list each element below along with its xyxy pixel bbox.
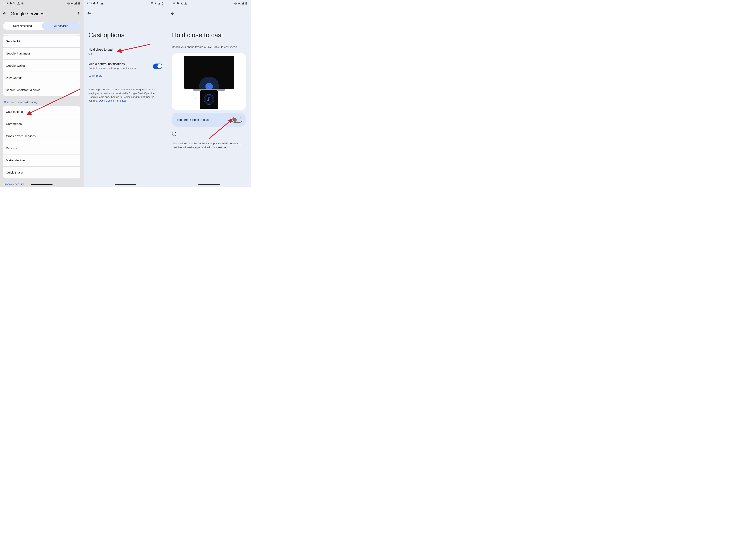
back-button[interactable] [87,11,92,16]
warning-icon [101,2,103,5]
hold-close-toggle[interactable] [232,117,242,123]
svg-point-9 [78,15,79,15]
list-item[interactable]: Matter devices [3,155,80,166]
option-hold-close[interactable]: Hold close to cast Off [88,48,162,55]
more-vert-icon [77,12,80,16]
list-item[interactable]: Quick Share [3,167,80,178]
music-icon [206,97,212,102]
footnote: You can prevent other devices from contr… [88,88,162,103]
status-time: 1:23 [171,2,175,5]
footnote: Your devices must be on the same private… [172,142,246,149]
list-item[interactable]: Chromebook [3,118,80,130]
list-item[interactable]: Devices [3,142,80,154]
list-item-cast-options[interactable]: Cast options [3,106,80,118]
statusbar: 1:23 [84,0,167,7]
wifi-icon [238,2,240,5]
info-icon: i [172,132,176,136]
back-button[interactable] [2,12,7,16]
warning-icon [17,2,20,5]
learn-more-link[interactable]: Learn more [88,74,102,77]
media-control-toggle[interactable] [153,63,162,69]
open-google-home-link[interactable]: Open Google Home app [99,99,126,102]
signal-icon [158,2,160,5]
gesture-bar [198,184,220,185]
svg-rect-22 [246,2,247,4]
page-subtitle: Reach your phone toward a Pixel Tablet t… [172,45,246,48]
svg-rect-23 [246,2,246,2]
tab-all-services[interactable]: All services [42,22,80,30]
list-item[interactable]: Google Wallet [3,60,80,72]
page-title: Hold close to cast [172,32,246,39]
list-item[interactable]: Google Fit [3,36,80,47]
signal-icon [74,2,77,5]
privacy-security-link[interactable]: Privacy & security [3,183,24,185]
option-sub: Control cast media through a notificatio… [88,67,136,69]
phone-illustration [200,90,218,108]
status-time: 1:23 [3,2,8,5]
svg-point-8 [78,13,79,14]
option-sub: Off [88,52,162,55]
list-peek [3,34,80,35]
services-list: Google Fit Google Play Instant Google Wa… [3,34,80,187]
option-label: Media control notifications [88,62,136,66]
option-label: Hold close to cast [88,48,162,52]
warning-icon [184,2,187,5]
music-note-icon: ♪ [195,97,196,100]
tab-recommended[interactable]: Recommended [3,22,42,30]
phone-icon [13,2,16,5]
svg-rect-6 [79,2,79,2]
tablet-illustration [184,56,234,89]
appbar [84,11,167,16]
chat-bubble-icon [9,2,12,5]
chat-bubble-icon [177,2,179,5]
svg-point-7 [78,12,79,13]
svg-rect-0 [18,3,19,4]
arrow-left-icon [87,11,92,16]
toggle-card: Hold phone close to cast [172,113,246,127]
appbar: Google services [0,11,83,17]
info-row[interactable]: i [172,132,176,136]
section-header: Connected devices & sharing [3,96,80,106]
screen-cast-options: 1:23 Cast options Hold close to cast Off… [83,0,167,187]
statusbar: 1:23 [167,0,251,7]
gesture-bar [115,184,136,185]
battery-icon [161,2,164,5]
arrow-left-icon [3,12,7,16]
chat-bubble-icon [93,2,96,5]
illustration: ♪ ♪ [172,53,246,110]
svg-rect-11 [102,3,102,4]
status-time: 1:23 [87,2,92,5]
list-item[interactable]: Cross-device services [3,130,80,142]
segmented-tabs: Recommended All services [3,22,80,30]
settings-small-icon [21,2,24,5]
arrow-left-icon [171,11,175,16]
dnd-icon [234,2,237,5]
phone-icon [97,2,100,5]
back-button[interactable] [171,11,175,16]
list-item[interactable]: Search, Assistant & Voice [3,84,80,96]
page-title: Cast options [88,32,162,39]
music-ring-icon [204,94,214,105]
screen-hold-close: 1:23 Hold close to cast Reach your phone… [167,0,251,187]
statusbar: 1:23 [0,0,83,7]
list-item[interactable]: Play Games [3,72,80,84]
page-title: Google services [11,11,44,17]
battery-icon [245,2,247,5]
list-item[interactable]: Google Play Instant [3,48,80,59]
screen-google-services: 1:23 Google services Recommended All ser… [0,0,83,187]
appbar [167,11,251,16]
toggle-label: Hold phone close to cast [176,118,209,122]
phone-icon [180,2,183,5]
gesture-bar [31,184,53,185]
battery-icon [78,2,80,5]
dnd-icon [151,2,153,5]
wifi-icon [71,2,73,5]
svg-rect-16 [162,2,163,2]
more-button[interactable] [76,11,81,17]
wifi-icon [154,2,157,5]
music-note-icon: ♪ [220,97,221,100]
option-media-control[interactable]: Media control notifications Control cast… [88,62,162,69]
dnd-icon [67,2,70,5]
svg-rect-5 [79,2,80,4]
svg-point-2 [22,3,23,4]
